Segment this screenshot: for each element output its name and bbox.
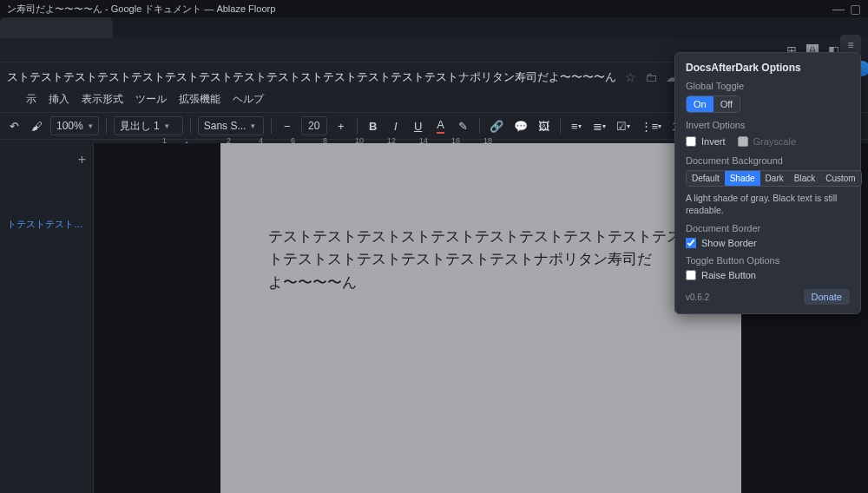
bg-shade-button[interactable]: Shade [725,171,760,186]
underline-button[interactable]: U [410,116,427,135]
star-outline-icon[interactable]: ☆ [625,70,636,84]
document-background-label: Document Background [686,155,850,166]
global-on-button[interactable]: On [687,96,713,112]
align-button[interactable]: ≡▾ [568,116,585,135]
checklist-button[interactable]: ☑▾ [614,116,633,135]
line-spacing-button[interactable]: ≣▾ [590,116,608,135]
grayscale-checkbox [738,136,748,147]
donate-button[interactable]: Donate [804,289,850,305]
bg-custom-button[interactable]: Custom [820,171,860,186]
menu-item[interactable]: 表示形式 [82,92,123,107]
menu-item[interactable]: 挿入 [49,92,69,107]
undo-button[interactable]: ↶ [5,116,23,135]
window-title: ン寿司だよ〜〜〜〜ん - Google ドキュメント — Ablaze Floo… [7,3,275,16]
background-options: Default Shade Dark Black Custom [686,170,862,187]
print-format-button[interactable]: 🖌 [28,116,45,135]
bg-black-button[interactable]: Black [789,171,820,186]
minimize-button[interactable]: — [832,2,845,16]
highlight-button[interactable]: ✎ [455,116,472,135]
version-label: v0.6.2 [686,293,709,302]
toggle-button-options-label: Toggle Button Options [686,255,850,266]
invert-checkbox-row[interactable]: Invert [686,136,726,147]
comment-button[interactable]: 💬 [511,116,530,135]
outline-panel: + トテストテストテ... [0,143,94,493]
show-border-row[interactable]: Show Border [686,238,850,248]
popup-title: DocsAfterDark Options [686,62,850,74]
bold-button[interactable]: B [365,116,382,135]
global-toggle-label: Global Toggle [686,81,850,91]
invert-options-label: Invert Options [686,120,850,130]
italic-button[interactable]: I [387,116,404,135]
invert-checkbox[interactable] [686,136,696,147]
font-select[interactable]: Sans S...▾ [198,116,264,135]
link-button[interactable]: 🔗 [487,116,506,135]
browser-tab[interactable] [0,17,113,38]
fontsize-decrease-button[interactable]: − [279,116,296,135]
document-page[interactable]: テストテストテストストテストテストテストテストテストテストテストストテストテスト… [220,143,741,493]
background-description: A light shade of gray. Black text is sti… [686,192,850,216]
doc-title[interactable]: ストテストテストテストテストテストテストテストテストストテストテストテストテスト… [7,69,616,85]
text-color-button[interactable]: A [432,116,450,135]
browser-tabstrip [0,17,868,38]
window-controls: — ▢ [832,2,861,16]
bulleted-list-button[interactable]: ⋮≡▾ [638,116,665,135]
bg-dark-button[interactable]: Dark [760,171,789,186]
maximize-button[interactable]: ▢ [850,2,861,16]
fontsize-increase-button[interactable]: + [332,116,350,135]
global-off-button[interactable]: Off [713,96,740,112]
menu-item[interactable]: 拡張機能 [179,92,220,107]
grayscale-checkbox-row: Grayscale [738,136,797,147]
zoom-select[interactable]: 100%▾ [50,116,99,135]
add-outline-button[interactable]: + [7,152,86,168]
bg-default-button[interactable]: Default [687,171,725,186]
outline-heading-item[interactable]: トテストテストテ... [7,218,86,231]
document-border-label: Document Border [686,223,850,233]
move-folder-icon[interactable]: 🗀 [645,70,657,84]
font-size-input[interactable]: 20 [301,116,327,135]
menu-item[interactable]: 示 [26,92,36,107]
raise-button-row[interactable]: Raise Button [686,270,850,280]
paragraph-style-select[interactable]: 見出し 1▾ [114,116,183,135]
menu-item[interactable]: ツール [135,92,167,107]
raise-button-checkbox[interactable] [686,270,696,280]
document-body-text[interactable]: テストテストテストストテストテストテストテストテストテストテストストテストテスト… [268,226,694,294]
image-button[interactable]: 🖼 [536,116,553,135]
show-border-checkbox[interactable] [686,238,696,248]
extension-popup: DocsAfterDark Options Global Toggle On O… [674,52,861,314]
window-titlebar: ン寿司だよ〜〜〜〜ん - Google ドキュメント — Ablaze Floo… [0,0,868,17]
global-toggle: On Off [686,95,740,113]
menu-item[interactable]: ヘルプ [233,92,264,107]
